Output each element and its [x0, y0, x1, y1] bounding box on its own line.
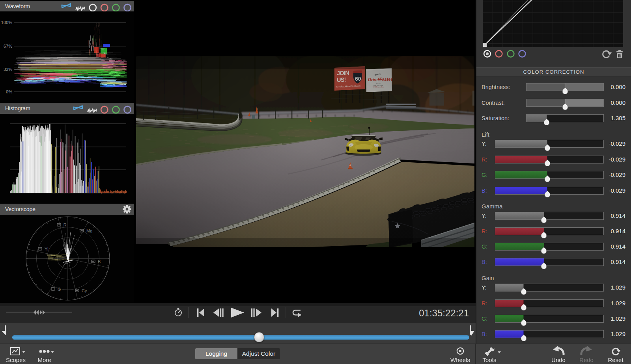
svg-text:100%: 100%: [1, 20, 12, 25]
svg-text:B: B: [98, 259, 101, 264]
svg-text:Yl: Yl: [45, 247, 49, 251]
svg-text:33%: 33%: [4, 67, 12, 72]
svg-text:0%: 0%: [6, 89, 12, 94]
svg-text:R: R: [63, 223, 67, 227]
svg-text:Mg: Mg: [86, 228, 92, 233]
svg-text:67%: 67%: [4, 44, 12, 48]
svg-text:G: G: [58, 287, 61, 292]
svg-text:Cy: Cy: [82, 288, 87, 293]
